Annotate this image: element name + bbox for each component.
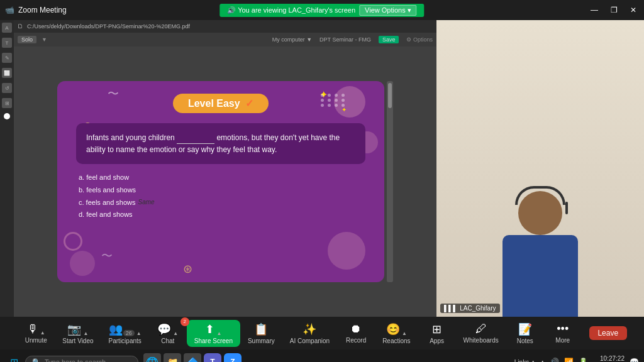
share-screen-label: Share Screen [194, 337, 233, 344]
more-icon: ••• [557, 322, 569, 336]
record-button[interactable]: ⏺ Record [337, 320, 375, 346]
restore-button[interactable]: ❐ [608, 6, 620, 14]
notes-button[interactable]: 📝 Notes [506, 320, 544, 347]
share-screen-icon: ⬆ [205, 322, 214, 336]
participants-label: Participants [109, 337, 142, 344]
reactions-icon: 😊 [386, 322, 400, 336]
sidebar-icon-2[interactable]: T [2, 38, 12, 48]
squiggle-2: 〜 [101, 248, 113, 263]
level-badge-container: Level Easy ✓ [76, 94, 365, 123]
participants-button[interactable]: 👥 26 ▲ Participants [101, 320, 149, 347]
apps-button[interactable]: ⊞ Apps [418, 320, 456, 347]
ai-companion-button[interactable]: ✨ AI Companion [282, 320, 337, 347]
level-badge: Level Easy ✓ [173, 94, 269, 113]
path-icon: 🗋 [18, 23, 23, 30]
unmute-label: Unmute [25, 337, 47, 344]
title-bar: 📹 Zoom Meeting 🔊 You are viewing LAC_Ghi… [0, 0, 644, 20]
taskbar-edge[interactable]: 🔷 [184, 353, 201, 362]
deco-ring-1 [64, 232, 82, 251]
unmute-button[interactable]: 🎙 ▲ Unmute [17, 320, 55, 346]
taskbar-right: Links ∧ ∧ 🔊 📶 🔋 10:27:22 15/03/2024 💬 [514, 355, 639, 362]
reactions-button[interactable]: 😊 ▲ Reactions [375, 320, 418, 347]
leave-button[interactable]: Leave [589, 326, 627, 340]
ai-companion-icon: ✨ [303, 322, 316, 336]
whiteboards-button[interactable]: 🖊 Whiteboards [456, 320, 506, 346]
main-content: A T ✎ ⬜ ↺ ⊞ 🗋 C:/Users/deldy/Downloads/D… [0, 20, 644, 317]
save-button[interactable]: Save [379, 36, 399, 43]
file-path: C:/Users/deldy/Downloads/DPT-PNG/Seminar… [27, 23, 190, 30]
caret-icon: ∧ [540, 359, 545, 363]
speaker-icon[interactable]: 🔊 [550, 358, 559, 362]
summary-button[interactable]: 📋 Summary [240, 320, 282, 347]
spiral-2: ⊛ [183, 262, 192, 276]
scrollbar-thumb[interactable] [388, 83, 392, 108]
taskbar-teams[interactable]: T [204, 353, 221, 362]
sidebar-icon-4[interactable]: ⬜ [2, 68, 12, 78]
notes-label: Notes [517, 337, 533, 344]
camera-icon: 📷 [67, 322, 81, 336]
zoom-controls-bar: 🎙 ▲ Unmute 📷 ▲ Start Video 👥 26 ▲ Partic… [0, 317, 644, 349]
zoom-logo-icon: 📹 [5, 6, 14, 14]
taskbar-folder[interactable]: 📁 [164, 353, 181, 362]
signal-icon: ▌▌▌ [444, 305, 457, 312]
reactions-chevron: ▲ [402, 331, 407, 336]
folder-icon: 📁 [167, 357, 178, 362]
choice-b: b. feels and shows [79, 184, 365, 197]
view-options-button[interactable]: View Options ▾ [359, 5, 417, 16]
sidebar-icon-5[interactable]: ↺ [2, 83, 12, 93]
chat-button[interactable]: 💬 2 ▲ Chat [149, 320, 187, 347]
participant-count: 26 [123, 330, 135, 336]
app-title: Zoom Meeting [18, 6, 67, 14]
network-icon[interactable]: 📶 [564, 358, 574, 362]
minimize-button[interactable]: — [588, 6, 601, 14]
share-screen-button[interactable]: ⬆ ▲ Share Screen [187, 320, 240, 347]
headset-mic [565, 202, 568, 214]
summary-icon: 📋 [254, 322, 268, 336]
person-head [518, 191, 562, 235]
more-button[interactable]: ••• More [544, 320, 582, 346]
sidebar-icon-1[interactable]: A [2, 23, 12, 33]
windows-taskbar: ⊞ 🔍 Type here to search 🌐 📁 🔷 T Z Links … [0, 349, 644, 362]
chat-label: Chat [161, 337, 174, 344]
start-video-button[interactable]: 📷 ▲ Start Video [55, 320, 101, 347]
pdf-path-bar: 🗋 C:/Users/deldy/Downloads/DPT-PNG/Semin… [14, 20, 436, 33]
solo-tab[interactable]: Solo [18, 36, 36, 43]
search-icon: 🔍 [32, 358, 41, 363]
chat-badge: 2 [180, 317, 189, 326]
level-badge-text: Level Easy [188, 98, 240, 109]
sidebar-icon-6[interactable]: ⊞ [2, 98, 12, 108]
clock: 10:27:22 [600, 355, 625, 362]
question-box: Infants and young children emotions, but… [76, 123, 365, 164]
sidebar-icon-3[interactable]: ✎ [2, 53, 12, 63]
apps-label: Apps [430, 337, 444, 344]
close-button[interactable]: ✕ [628, 6, 639, 14]
windows-search[interactable]: 🔍 Type here to search [25, 356, 138, 363]
sidebar-icon-7 [4, 113, 10, 119]
links-label: Links ∧ [514, 359, 535, 363]
taskbar-chrome[interactable]: 🌐 [143, 353, 161, 362]
person-body [502, 235, 578, 317]
quiz-slide: ✦ ✦ 〜 〜 ⊛ ⊛ Level Easy ✓ [57, 81, 384, 282]
annotation-same: Same [138, 197, 155, 208]
unmute-chevron: ▲ [40, 330, 45, 336]
scrollbar[interactable] [387, 81, 393, 282]
chat-icon: 💬 [157, 322, 171, 336]
more-label: More [555, 337, 570, 344]
share-notice-text: 🔊 You are viewing LAC_Ghifary's screen [227, 6, 355, 14]
options-icon[interactable]: ⚙ Options [406, 36, 433, 43]
taskbar-zoom[interactable]: Z [224, 353, 242, 362]
notification-icon[interactable]: 💬 [630, 358, 639, 362]
choice-a: a. feel and show [79, 172, 365, 184]
participants-icon: 👥 [109, 322, 123, 336]
chat-wrapper: 💬 2 ▲ Chat [149, 320, 187, 347]
start-video-wrapper: 📷 ▲ Start Video [55, 320, 101, 347]
taskbar-icons: 🌐 📁 🔷 T Z [143, 353, 242, 362]
title-bar-controls: — ❐ ✕ [588, 6, 639, 14]
page-label: ▼ [42, 36, 47, 43]
apps-icon: ⊞ [432, 322, 441, 336]
chrome-icon: 🌐 [146, 356, 158, 363]
ai-companion-label: AI Companion [290, 337, 330, 344]
windows-start-button[interactable]: ⊞ [5, 353, 23, 362]
microphone-icon: 🎙 [27, 322, 38, 336]
deco-circle-3 [328, 232, 365, 270]
